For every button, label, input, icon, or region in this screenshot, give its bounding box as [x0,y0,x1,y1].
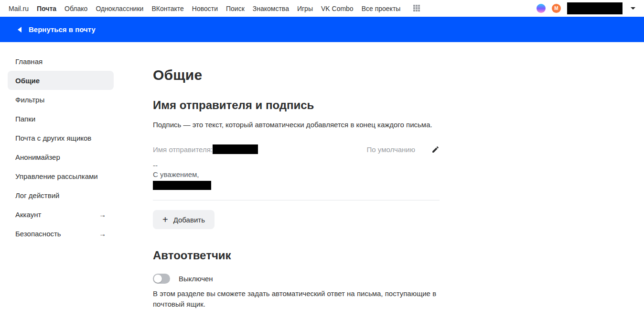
back-arrow-icon [18,27,21,33]
sidebar-item-bezopasnost[interactable]: Безопасность → [8,224,114,243]
sidebar-item-pochta-s-drugih[interactable]: Почта с других ящиков [8,128,114,147]
sidebar-item-akkaunt[interactable]: Аккаунт → [8,205,114,224]
autoresponder-toggle-row: Выключен [153,274,440,284]
redacted-sender-name [213,144,258,154]
nav-item-znakomstva[interactable]: Знакомства [253,5,289,12]
apps-grid-icon[interactable] [413,5,421,12]
nav-item-vk-combo[interactable]: VK Combo [321,5,354,12]
default-badge: По умолчанию [367,145,415,154]
nav-item-igry[interactable]: Игры [297,5,313,12]
signature-section-description: Подпись — это текст, который автоматичес… [153,120,440,130]
sender-name-label: Имя отправителя: [153,145,213,154]
nav-item-novosti[interactable]: Новости [192,5,218,12]
edit-signature-button[interactable] [431,145,440,154]
redacted-username [567,2,623,14]
page-title: Общие [153,67,440,83]
chevron-down-icon[interactable] [631,7,635,10]
nav-item-mailru[interactable]: Mail.ru [9,5,29,12]
nav-item-oblako[interactable]: Облако [64,5,87,12]
autoresponder-toggle[interactable] [153,274,170,284]
signature-line-regards: С уважением, [153,170,440,179]
sidebar-item-rassylki[interactable]: Управление рассылками [8,166,114,186]
autoresponder-section-title: Автоответчик [153,249,440,262]
add-signature-button[interactable]: + Добавить [153,210,215,229]
sidebar-item-obshchie[interactable]: Общие [8,71,114,90]
section-divider [153,200,440,200]
sender-row: Имя отправителя: По умолчанию [153,144,440,154]
nav-item-vkontakte[interactable]: ВКонтакте [151,5,183,12]
pencil-icon [431,145,440,154]
add-button-label: Добавить [173,216,205,224]
signature-section-title: Имя отправителя и подпись [153,99,440,112]
sidebar-item-filtry[interactable]: Фильтры [8,90,114,109]
settings-sidebar: Главная Общие Фильтры Папки Почта с друг… [0,42,153,310]
topnav-right-cluster: М [537,2,635,14]
sidebar-item-anonimizer[interactable]: Анонимайзер [8,147,114,166]
plus-icon: + [162,215,168,224]
external-arrow-icon: → [99,230,106,238]
back-to-mail-label: Вернуться в почту [29,25,96,33]
autoresponder-state-label: Выключен [179,275,213,283]
avatar[interactable]: М [552,4,561,13]
nav-item-poisk[interactable]: Поиск [226,5,245,12]
sidebar-item-log[interactable]: Лог действий [8,186,114,205]
nav-item-pochta[interactable]: Почта [37,5,56,12]
nav-item-odnoklassniki[interactable]: Одноклассники [96,5,143,12]
settings-content: Общие Имя отправителя и подпись Подпись … [153,42,440,310]
signature-line-dashes: -- [153,161,440,170]
external-arrow-icon: → [99,210,106,219]
services-nav-list: Mail.ru Почта Облако Одноклассники ВКонт… [9,5,421,12]
redacted-signature-name [153,181,211,190]
autoresponder-description: В этом разделе вы сможете задать автомат… [153,288,440,310]
signature-preview: -- С уважением, [153,161,440,192]
back-to-mail-banner[interactable]: Вернуться в почту [0,17,644,42]
sidebar-item-glavnaya[interactable]: Главная [8,52,114,71]
sidebar-item-papki[interactable]: Папки [8,109,114,128]
toggle-knob [154,275,162,283]
services-topnav: Mail.ru Почта Облако Одноклассники ВКонт… [0,0,644,17]
nav-item-vse-proekty[interactable]: Все проекты [362,5,401,12]
messenger-icon[interactable] [537,4,546,13]
